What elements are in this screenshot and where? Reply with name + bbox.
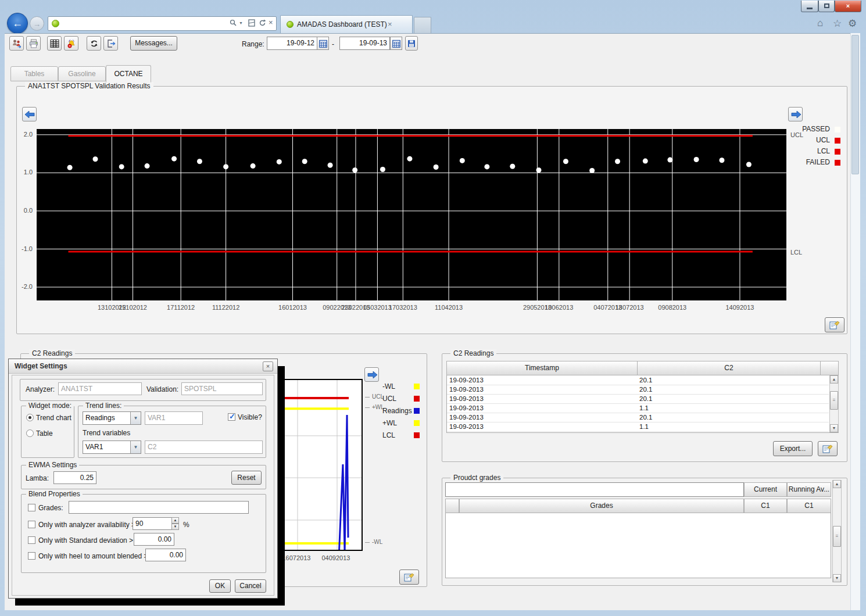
save-range-button[interactable] (405, 36, 418, 51)
stop-icon[interactable]: × (269, 18, 273, 27)
heel-checkbox-label[interactable]: Only with heel to amount blended > (38, 552, 148, 560)
trend-chart-radio-label[interactable]: Trend chart (36, 414, 71, 422)
dialog-title: Widget Settings (15, 362, 67, 370)
address-bar[interactable]: ▼ × (48, 16, 277, 31)
x-tick-label: 09082013 (652, 304, 693, 311)
c2-table-scrollbar[interactable]: ▲ ≡ ▼ (829, 375, 839, 432)
stddev-input[interactable]: 0.00 (134, 533, 174, 546)
dropdown-arrow-icon[interactable]: ▼ (130, 412, 141, 424)
c2-scroll-right-button[interactable] (364, 367, 379, 382)
grades-scrollbar[interactable]: ▲ ≡ ▼ (832, 480, 842, 582)
dropdown-arrow-icon[interactable]: ▼ (130, 441, 141, 453)
new-tab-stub[interactable] (414, 17, 431, 33)
back-button[interactable]: ← (7, 13, 28, 34)
visible-checkbox-label[interactable]: Visible? (238, 413, 262, 421)
browser-tab[interactable]: AMADAS Dashboard (TEST) × (280, 15, 413, 33)
scroll-down-arrow-icon[interactable]: ▼ (833, 574, 841, 582)
table-row[interactable]: 19-09-201320.1 (447, 385, 829, 395)
scroll-down-arrow-icon[interactable]: ▼ (830, 424, 838, 432)
spinner-down-icon[interactable]: ▼ (171, 524, 179, 530)
c2-trend-chart[interactable] (280, 379, 363, 551)
search-dropdown-caret-icon[interactable]: ▼ (239, 21, 243, 25)
scroll-up-arrow-icon[interactable]: ▲ (833, 480, 841, 488)
c2-table-scrollbar-thumb[interactable]: ≡ (830, 391, 838, 410)
favorites-star-icon[interactable]: ☆ (833, 17, 842, 30)
table-row[interactable]: 19-09-201320.1 (447, 376, 829, 385)
range-from-input[interactable]: 19-09-12 (267, 37, 317, 50)
availability-checkbox[interactable] (28, 521, 35, 528)
stddev-checkbox[interactable] (28, 536, 35, 544)
tab-tables[interactable]: Tables (10, 66, 58, 81)
table-row[interactable]: 19-09-20131.1 (447, 422, 829, 432)
table-row[interactable]: 19-09-201320.1 (447, 395, 829, 404)
cancel-button[interactable]: Cancel (235, 579, 266, 593)
refresh-page-icon[interactable] (259, 19, 266, 28)
search-icon[interactable] (230, 19, 237, 28)
grades-checkbox-label[interactable]: Grades: (38, 504, 63, 512)
scroll-left-button[interactable] (22, 107, 37, 121)
col-header-current[interactable]: Current (744, 482, 787, 497)
dialog-close-button[interactable]: × (263, 361, 273, 371)
page-scrollbar-thumb[interactable] (851, 35, 859, 174)
col-header-running-avg[interactable]: Running Av... (787, 482, 831, 497)
validation-chart[interactable] (36, 129, 786, 300)
logout-button[interactable] (103, 36, 118, 51)
maximize-button[interactable] (818, 1, 835, 12)
heel-checkbox[interactable] (28, 552, 35, 560)
col-header-c1-running[interactable]: C1 (787, 499, 831, 513)
x-tick-label: 10062013 (539, 304, 579, 311)
lamba-input[interactable]: 0.25 (53, 471, 96, 484)
trend-variables-dropdown[interactable]: VAR1 ▼ (83, 440, 141, 454)
col-header-c1-current[interactable]: C1 (744, 499, 787, 513)
dialog-title-bar[interactable]: Widget Settings (9, 359, 277, 374)
col-header-grades[interactable]: Grades (459, 499, 744, 513)
refresh-button[interactable] (87, 36, 101, 51)
compatibility-view-icon[interactable] (248, 19, 255, 28)
range-to-calendar-button[interactable] (390, 37, 402, 50)
c2-widget-settings-button[interactable] (399, 570, 419, 585)
settings-gear-icon[interactable]: ⚙ (848, 17, 857, 30)
c2-readings-settings-button[interactable] (818, 441, 838, 456)
legend-swatch (414, 384, 420, 389)
messages-button[interactable]: Messages... (130, 36, 177, 51)
widget-mode-label: Widget mode: (26, 402, 74, 410)
availability-input[interactable]: 90 (133, 517, 172, 530)
scroll-right-button[interactable] (788, 107, 803, 121)
minimize-button[interactable] (801, 1, 818, 12)
table-row[interactable]: 19-09-20131.1 (447, 404, 829, 413)
tab-octane[interactable]: OCTANE (106, 65, 151, 83)
close-button[interactable]: × (835, 1, 861, 12)
table-radio[interactable] (26, 429, 34, 437)
user-sync-button[interactable] (9, 36, 24, 51)
tab-gasoline[interactable]: Gasoline (58, 66, 106, 81)
range-to-input[interactable]: 19-09-13 (339, 37, 390, 50)
trend-lines-dropdown[interactable]: Readings ▼ (83, 411, 141, 425)
table-radio-label[interactable]: Table (36, 429, 53, 438)
tab-close-icon[interactable]: × (388, 20, 392, 28)
availability-checkbox-label[interactable]: Only with analyzer availability > (38, 521, 135, 529)
forward-button[interactable]: → (30, 16, 44, 31)
grades-filter-input[interactable] (445, 482, 744, 497)
export-button[interactable]: Export... (773, 441, 813, 456)
stddev-checkbox-label[interactable]: Only with Standard deviation > (38, 536, 133, 545)
trend-chart-radio[interactable] (26, 414, 34, 421)
grades-input[interactable] (69, 501, 249, 514)
validation-widget-settings-button[interactable] (825, 317, 844, 332)
table-row[interactable]: 19-09-201320.1 (447, 413, 829, 422)
scroll-up-arrow-icon[interactable]: ▲ (830, 375, 838, 384)
table-view-button[interactable] (47, 36, 62, 51)
heel-input[interactable]: 0.00 (145, 549, 186, 561)
grades-scrollbar-thumb[interactable]: ≡ (833, 526, 841, 547)
cell-timestamp: 19-09-2013 (449, 395, 484, 402)
print-button[interactable] (26, 36, 41, 51)
col-header-timestamp[interactable]: Timestamp (446, 361, 638, 375)
spinner-up-icon[interactable]: ▲ (171, 517, 179, 524)
alarms-button[interactable] (64, 36, 78, 51)
col-header-c2[interactable]: C2 (637, 361, 821, 375)
reset-button[interactable]: Reset (231, 471, 262, 485)
ok-button[interactable]: OK (209, 579, 231, 593)
visible-checkbox[interactable] (228, 413, 235, 421)
grades-checkbox[interactable] (28, 504, 35, 511)
home-icon[interactable]: ⌂ (817, 17, 823, 29)
range-from-calendar-button[interactable] (317, 37, 329, 50)
